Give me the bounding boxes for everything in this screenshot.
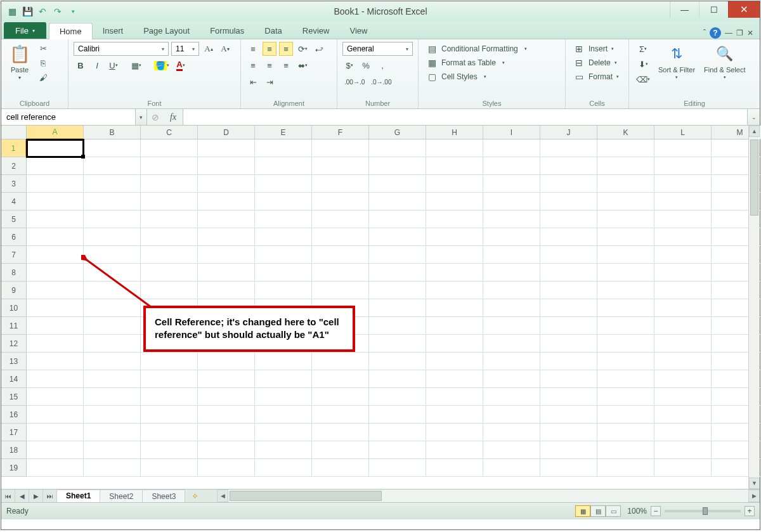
row-header-3[interactable]: 3 [1, 175, 27, 193]
cell-E18[interactable] [255, 441, 312, 459]
cell-F17[interactable] [312, 424, 369, 441]
cell-C17[interactable] [141, 424, 198, 441]
cell-F8[interactable] [312, 264, 369, 282]
save-icon[interactable]: 💾 [20, 4, 34, 18]
cell-C5[interactable] [141, 211, 198, 228]
row-header-9[interactable]: 9 [1, 282, 27, 299]
cell-E7[interactable] [255, 246, 312, 264]
cell-I3[interactable] [483, 175, 540, 193]
formula-input[interactable] [183, 109, 747, 125]
zoom-slider[interactable] [665, 510, 741, 512]
cell-D7[interactable] [198, 246, 255, 264]
fill-icon[interactable]: ⬇▾ [634, 57, 652, 71]
cell-E3[interactable] [255, 175, 312, 193]
align-center-icon[interactable]: ≡ [263, 58, 276, 72]
cell-K17[interactable] [597, 424, 654, 441]
cell-L3[interactable] [654, 175, 712, 193]
cell-C14[interactable] [141, 370, 198, 388]
cell-I4[interactable] [483, 193, 540, 211]
cell-K12[interactable] [597, 335, 654, 353]
cell-H19[interactable] [426, 459, 483, 477]
fill-color-button[interactable]: 🪣▾ [152, 58, 171, 72]
cell-C6[interactable] [141, 228, 198, 246]
cell-G4[interactable] [369, 193, 426, 211]
cell-H3[interactable] [426, 175, 483, 193]
cell-L16[interactable] [654, 406, 712, 424]
cell-G10[interactable] [369, 299, 426, 317]
cell-F6[interactable] [312, 228, 369, 246]
cell-I5[interactable] [483, 211, 540, 228]
cell-K3[interactable] [597, 175, 654, 193]
column-header-H[interactable]: H [426, 126, 483, 139]
doc-restore-icon[interactable]: ❐ [736, 29, 743, 37]
minimize-ribbon-icon[interactable]: ˆ [703, 29, 706, 37]
cell-F18[interactable] [312, 441, 369, 459]
cell-K18[interactable] [597, 441, 654, 459]
zoom-level[interactable]: 100% [627, 507, 647, 516]
cell-A14[interactable] [27, 370, 84, 388]
cell-H4[interactable] [426, 193, 483, 211]
tab-insert[interactable]: Insert [93, 22, 134, 39]
column-header-F[interactable]: F [312, 126, 369, 139]
cell-G3[interactable] [369, 175, 426, 193]
cell-B11[interactable] [84, 317, 141, 335]
currency-icon[interactable]: $▾ [342, 58, 356, 72]
align-right-icon[interactable]: ≡ [279, 58, 293, 72]
row-header-5[interactable]: 5 [1, 211, 27, 228]
cell-K19[interactable] [597, 459, 654, 477]
tab-view[interactable]: View [339, 22, 377, 39]
sort-filter-button[interactable]: ⇅ Sort & Filter▾ [656, 42, 698, 86]
cell-K14[interactable] [597, 370, 654, 388]
comma-icon[interactable]: , [375, 58, 389, 72]
cell-J17[interactable] [540, 424, 597, 441]
cell-D13[interactable] [198, 353, 255, 370]
cell-F13[interactable] [312, 353, 369, 370]
sheet-nav-next[interactable]: ▶ [29, 490, 43, 502]
cell-E14[interactable] [255, 370, 312, 388]
cell-B5[interactable] [84, 211, 141, 228]
cell-D16[interactable] [198, 406, 255, 424]
cell-H7[interactable] [426, 246, 483, 264]
cell-L1[interactable] [654, 139, 712, 157]
help-icon[interactable]: ? [710, 27, 721, 39]
cell-J10[interactable] [540, 299, 597, 317]
zoom-out-button[interactable]: − [651, 506, 661, 516]
row-header-12[interactable]: 12 [1, 335, 27, 353]
underline-button[interactable]: U▾ [107, 58, 120, 72]
cell-H2[interactable] [426, 157, 483, 175]
column-header-J[interactable]: J [540, 126, 597, 139]
vertical-scroll-thumb[interactable] [750, 139, 758, 216]
cell-J8[interactable] [540, 264, 597, 282]
doc-minimize-icon[interactable]: — [725, 29, 732, 37]
font-color-button[interactable]: A▾ [174, 58, 188, 72]
cell-I16[interactable] [483, 406, 540, 424]
font-size-selector[interactable]: 11▾ [171, 42, 199, 56]
sheet-nav-prev[interactable]: ◀ [15, 490, 29, 502]
cell-B19[interactable] [84, 459, 141, 477]
cell-K11[interactable] [597, 317, 654, 335]
cell-B15[interactable] [84, 388, 141, 406]
cell-F3[interactable] [312, 175, 369, 193]
row-header-16[interactable]: 16 [1, 406, 27, 424]
cell-F1[interactable] [312, 139, 369, 157]
cell-G1[interactable] [369, 139, 426, 157]
cell-B17[interactable] [84, 424, 141, 441]
cell-E13[interactable] [255, 353, 312, 370]
cell-E16[interactable] [255, 406, 312, 424]
row-header-18[interactable]: 18 [1, 441, 27, 459]
cell-K8[interactable] [597, 264, 654, 282]
cell-G8[interactable] [369, 264, 426, 282]
cell-H5[interactable] [426, 211, 483, 228]
cell-L4[interactable] [654, 193, 712, 211]
row-header-13[interactable]: 13 [1, 353, 27, 370]
row-header-11[interactable]: 11 [1, 317, 27, 335]
cell-D8[interactable] [198, 264, 255, 282]
cell-G6[interactable] [369, 228, 426, 246]
cell-E6[interactable] [255, 228, 312, 246]
cell-L12[interactable] [654, 335, 712, 353]
cell-D19[interactable] [198, 459, 255, 477]
view-page-layout-icon[interactable]: ▤ [590, 505, 606, 517]
cell-G13[interactable] [369, 353, 426, 370]
cell-F15[interactable] [312, 388, 369, 406]
cell-D15[interactable] [198, 388, 255, 406]
